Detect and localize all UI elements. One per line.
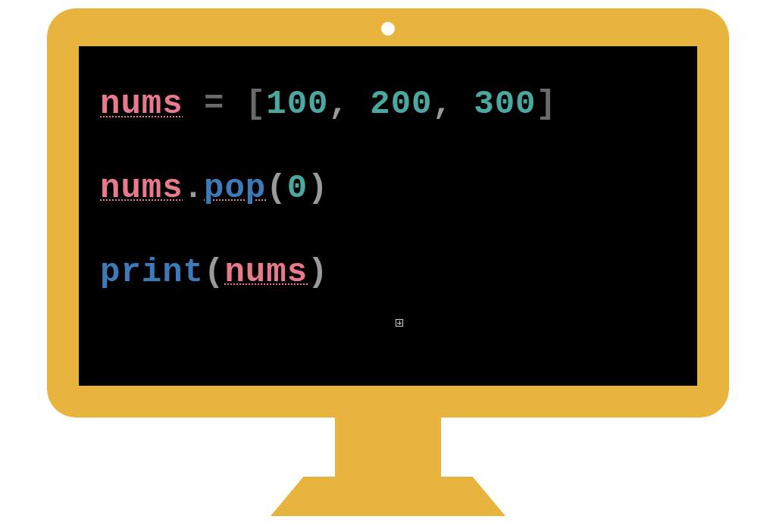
token-builtin: print [100,253,204,291]
monitor-frame: nums = [100, 200, 300] nums.pop(0) print… [47,8,729,418]
token-paren: ( [204,253,224,291]
token-comma: , [433,85,474,123]
token-number: 100 [266,85,328,123]
token-operator: = [183,85,246,123]
token-number: 300 [474,85,536,123]
code-line-3: print(nums) [100,252,676,293]
code-screen: nums = [100, 200, 300] nums.pop(0) print… [79,46,697,386]
monitor-base [271,477,505,516]
token-paren: ) [308,169,328,207]
token-variable: nums [224,253,308,291]
token-variable: nums [100,85,183,123]
token-comma: , [328,85,370,123]
cursor-icon [396,319,403,327]
token-paren: ( [266,169,286,207]
token-bracket: [ [246,85,266,123]
token-dot: . [183,169,204,207]
token-paren: ) [308,253,328,291]
token-variable: nums [100,169,183,207]
token-number: 200 [370,85,432,123]
monitor-illustration: nums = [100, 200, 300] nums.pop(0) print… [47,8,729,524]
code-line-2: nums.pop(0) [100,168,676,208]
token-number: 0 [287,169,308,207]
code-line-1: nums = [100, 200, 300] [100,84,676,124]
token-bracket: ] [537,85,557,123]
token-method: pop [204,169,266,207]
camera-icon [381,22,395,36]
